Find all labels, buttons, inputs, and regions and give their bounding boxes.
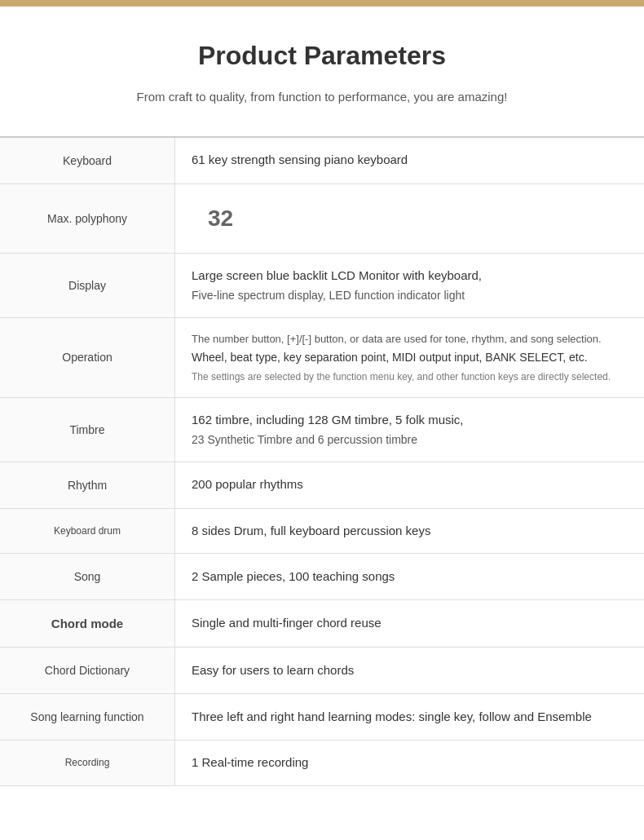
table-row: DisplayLarge screen blue backlit LCD Mon… [0,253,644,318]
row-value: Easy for users to learn chords [175,648,644,693]
row-value: 1 Real-time recording [175,741,644,785]
value-main-text: Single and multi-finger chord reuse [192,614,628,633]
table-row: Chord DictionaryEasy for users to learn … [0,647,644,694]
value-main-text: 61 key strength sensing piano keyboard [192,151,628,170]
value-note-text: The settings are selected by the functio… [192,370,628,384]
row-value: 61 key strength sensing piano keyboard [175,138,644,183]
table-row: Song learning functionThree left and rig… [0,693,644,741]
row-label: Rhythm [0,462,175,508]
table-row: Timbre162 timbre, including 128 GM timbr… [0,397,644,462]
row-label: Max. polyphony [0,184,175,253]
page-header: Product Parameters From craft to quality… [0,7,644,128]
table-row: OperationThe number button, [+]/[-] butt… [0,317,644,398]
value-main-text: 2 Sample pieces, 100 teaching songs [192,568,628,586]
top-bar [0,0,644,7]
value-main-text: Easy for users to learn chords [192,661,628,680]
value-sub-text: Wheel, beat type, key separation point, … [192,350,628,366]
page-subtitle: From craft to quality, from function to … [16,90,628,104]
table-row: Max. polyphony32 [0,183,644,254]
row-value: Three left and right hand learning modes… [175,694,644,740]
polyphony-number: 32 [192,197,628,240]
value-main-text: 8 sides Drum, full keyboard percussion k… [192,522,628,541]
table-row: Keyboard61 key strength sensing piano ke… [0,136,644,184]
row-label: Timbre [0,398,175,462]
row-label: Song [0,554,175,599]
row-label: Keyboard drum [0,509,175,554]
table-row: Song2 Sample pieces, 100 teaching songs [0,553,644,600]
row-value: 32 [175,184,644,253]
page-title: Product Parameters [16,39,628,73]
value-main-text: 1 Real-time recording [192,754,628,772]
row-value: 162 timbre, including 128 GM timbre, 5 f… [175,398,644,462]
value-main-text: 162 timbre, including 128 GM timbre, 5 f… [192,411,628,430]
row-label: Song learning function [0,694,175,740]
row-label: Keyboard [0,138,175,183]
row-value: Single and multi-finger chord reuse [175,600,644,647]
params-table: Keyboard61 key strength sensing piano ke… [0,136,644,786]
table-row: Rhythm200 popular rhythms [0,462,644,509]
table-row: Recording1 Real-time recording [0,740,644,786]
row-value: Large screen blue backlit LCD Monitor wi… [175,254,644,317]
value-main-text: Three left and right hand learning modes… [192,708,628,727]
row-value: 200 popular rhythms [175,462,644,508]
table-row: Chord modeSingle and multi-finger chord … [0,599,644,648]
value-sub-text: Five-line spectrum display, LED function… [192,288,628,304]
row-label: Chord Dictionary [0,648,175,693]
value-main-text: 200 popular rhythms [192,475,628,494]
value-sub-text: 23 Synthetic Timbre and 6 percussion tim… [192,432,628,449]
row-label: Chord mode [0,600,175,647]
value-main-text: The number button, [+]/[-] button, or da… [192,331,628,347]
row-label: Operation [0,318,175,397]
table-row: Keyboard drum8 sides Drum, full keyboard… [0,508,644,555]
row-label: Display [0,254,175,317]
row-value: 2 Sample pieces, 100 teaching songs [175,554,644,599]
row-value: The number button, [+]/[-] button, or da… [175,318,644,397]
value-main-text: Large screen blue backlit LCD Monitor wi… [192,267,628,285]
row-label: Recording [0,741,175,785]
row-value: 8 sides Drum, full keyboard percussion k… [175,509,644,554]
